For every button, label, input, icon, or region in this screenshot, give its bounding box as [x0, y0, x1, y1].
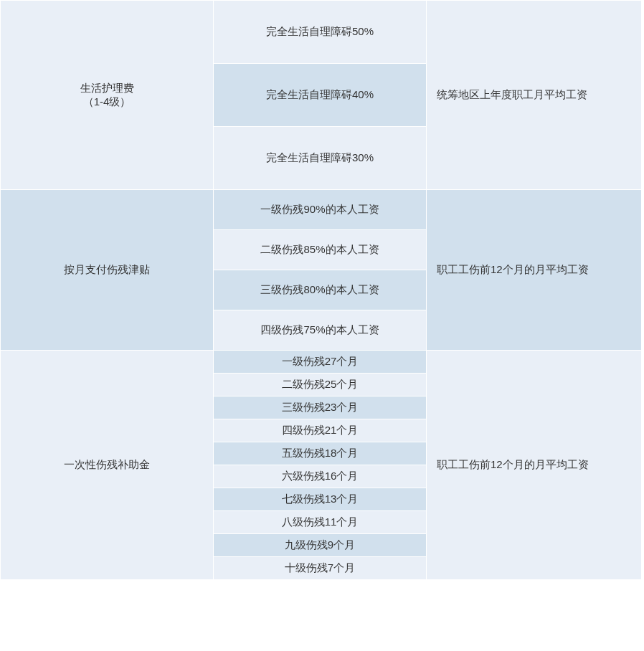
section3-item-6: 六级伤残16个月 — [214, 465, 427, 488]
section1-title-line2: （1-4级） — [83, 95, 131, 108]
section1-title-line1: 生活护理费 — [80, 82, 134, 94]
section2-item-2: 二级伤残85%的本人工资 — [214, 230, 427, 270]
section2-item-3: 三级伤残80%的本人工资 — [214, 270, 427, 310]
section3-item-8: 八级伤残11个月 — [214, 511, 427, 534]
section1-item-2: 完全生活自理障碍40% — [214, 64, 427, 127]
section3-item-3: 三级伤残23个月 — [214, 396, 427, 419]
section1-basis: 统筹地区上年度职工月平均工资 — [427, 1, 642, 190]
section2-title: 按月支付伤残津贴 — [1, 190, 214, 351]
section3-item-4: 四级伤残21个月 — [214, 419, 427, 442]
section3-title: 一次性伤残补助金 — [1, 351, 214, 580]
section2-basis: 职工工伤前12个月的月平均工资 — [427, 190, 642, 351]
section3-item-10: 十级伤残7个月 — [214, 557, 427, 580]
section3-basis: 职工工伤前12个月的月平均工资 — [427, 351, 642, 580]
section2-item-1: 一级伤残90%的本人工资 — [214, 190, 427, 230]
section1-item-3: 完全生活自理障碍30% — [214, 127, 427, 190]
compensation-table: 生活护理费 （1-4级） 完全生活自理障碍50% 统筹地区上年度职工月平均工资 … — [0, 0, 642, 580]
section3-item-9: 九级伤残9个月 — [214, 534, 427, 557]
section2-item-4: 四级伤残75%的本人工资 — [214, 310, 427, 351]
section3-item-7: 七级伤残13个月 — [214, 488, 427, 511]
section3-item-5: 五级伤残18个月 — [214, 442, 427, 465]
section1-title: 生活护理费 （1-4级） — [1, 1, 214, 190]
section3-item-2: 二级伤残25个月 — [214, 374, 427, 396]
section1-item-1: 完全生活自理障碍50% — [214, 1, 427, 64]
section3-item-1: 一级伤残27个月 — [214, 351, 427, 374]
